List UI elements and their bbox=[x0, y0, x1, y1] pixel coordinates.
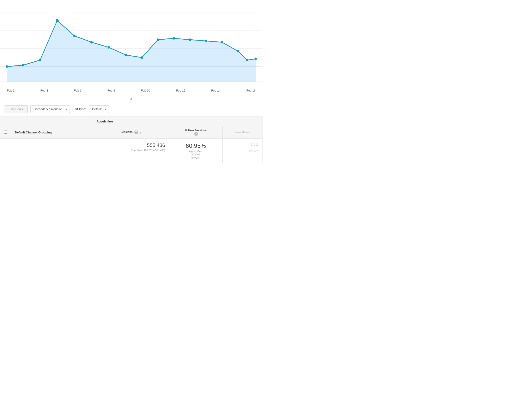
x-label-feb10: Feb 10 bbox=[141, 89, 150, 92]
x-label-feb6: Feb 6 bbox=[74, 89, 82, 92]
totals-row: 555,436 % of Total: 100.00% (555,436) 60… bbox=[0, 139, 262, 163]
totals-pct-new-value: 60.95% bbox=[173, 142, 219, 149]
totals-sessions-value: 555,436 bbox=[97, 142, 165, 148]
new-users-col-header[interactable]: New Users bbox=[223, 126, 262, 139]
chart-area bbox=[0, 0, 262, 87]
totals-sessions-sub: % of Total: 100.00% (555,436) bbox=[97, 149, 165, 151]
totals-pct-new-sub1: Avg for View: bbox=[173, 150, 219, 153]
x-label-feb14: Feb 14 bbox=[211, 89, 220, 92]
sort-type-select[interactable]: Default bbox=[89, 105, 109, 113]
svg-point-17 bbox=[221, 41, 223, 44]
svg-point-20 bbox=[254, 57, 257, 60]
x-axis: Feb 2 Feb 4 Feb 6 Feb 8 Feb 10 Feb 12 Fe… bbox=[0, 87, 262, 95]
x-label-feb12: Feb 12 bbox=[176, 89, 185, 92]
x-label-feb4: Feb 4 bbox=[40, 89, 48, 92]
totals-sessions-cell: 555,436 % of Total: 100.00% (555,436) bbox=[93, 139, 169, 163]
secondary-dimension-wrapper[interactable]: Secondary dimension bbox=[30, 105, 70, 113]
dimension-col-header: Default Channel Grouping bbox=[11, 126, 93, 139]
totals-dimension-cell bbox=[11, 139, 93, 163]
controls-bar: Plot Rows Secondary dimension Sort Type:… bbox=[0, 102, 262, 117]
svg-point-16 bbox=[205, 40, 207, 42]
svg-point-10 bbox=[108, 46, 110, 48]
x-label-feb8: Feb 8 bbox=[107, 89, 115, 92]
totals-new-users-value: 338 bbox=[226, 142, 259, 149]
data-table: Acquisition Default Channel Grouping Ses… bbox=[0, 117, 262, 163]
col-header-row: Default Channel Grouping Sessions ? ↓ % … bbox=[0, 126, 262, 139]
totals-new-users-sub: 100.00% bbox=[226, 149, 259, 152]
sort-type-wrapper[interactable]: Default bbox=[89, 105, 109, 113]
svg-point-18 bbox=[237, 50, 239, 52]
select-all-checkbox[interactable] bbox=[4, 130, 7, 134]
select-all-checkbox-cell[interactable] bbox=[0, 126, 11, 139]
checkbox-header-cell bbox=[0, 117, 11, 126]
svg-point-13 bbox=[157, 38, 159, 41]
totals-pct-new-cell: 60.95% Avg for View: 60.95% (0.00%) bbox=[169, 139, 223, 163]
svg-point-5 bbox=[22, 64, 24, 66]
svg-point-15 bbox=[189, 38, 191, 41]
svg-point-12 bbox=[141, 56, 143, 59]
totals-pct-new-sub3: (0.00%) bbox=[173, 156, 219, 159]
collapse-arrow[interactable]: ▲ bbox=[0, 95, 262, 102]
svg-point-8 bbox=[73, 35, 75, 37]
sessions-col-header[interactable]: Sessions ? ↓ bbox=[93, 126, 169, 139]
totals-new-users-cell: 338 100.00% bbox=[223, 139, 262, 163]
svg-point-9 bbox=[90, 41, 93, 44]
svg-point-14 bbox=[173, 37, 175, 40]
sessions-sort-arrow[interactable]: ↓ bbox=[140, 131, 141, 134]
pct-new-sessions-col-header[interactable]: % New Sessions ? bbox=[169, 126, 223, 139]
svg-point-6 bbox=[39, 59, 41, 61]
x-label-feb2: Feb 2 bbox=[7, 89, 14, 92]
totals-checkbox-cell bbox=[0, 139, 11, 163]
svg-point-11 bbox=[125, 54, 127, 56]
group-header-row: Acquisition bbox=[0, 117, 262, 126]
svg-point-19 bbox=[246, 59, 248, 61]
sort-type-label: Sort Type: bbox=[73, 107, 86, 111]
pct-new-sessions-help-icon[interactable]: ? bbox=[194, 132, 198, 136]
line-chart bbox=[0, 0, 262, 87]
sessions-help-icon[interactable]: ? bbox=[134, 131, 138, 134]
acquisition-header-cell: Acquisition bbox=[93, 117, 262, 126]
secondary-dimension-select[interactable]: Secondary dimension bbox=[30, 105, 70, 113]
x-label-feb16: Feb 16 bbox=[246, 89, 255, 92]
svg-point-4 bbox=[6, 65, 8, 68]
svg-point-7 bbox=[56, 19, 59, 22]
plot-rows-button[interactable]: Plot Rows bbox=[5, 105, 28, 113]
totals-pct-new-sub2: 60.95% bbox=[173, 153, 219, 156]
dimension-group-header-cell bbox=[11, 117, 93, 126]
